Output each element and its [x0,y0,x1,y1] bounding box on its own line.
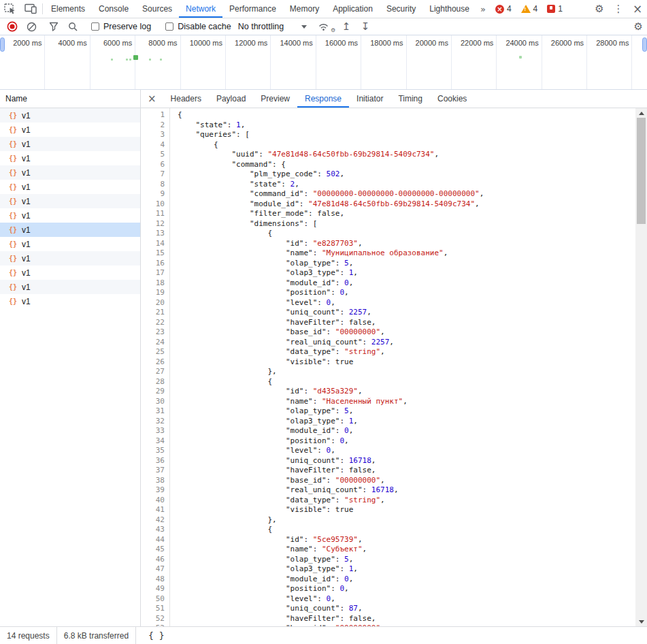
request-row[interactable]: {}v1 [0,108,140,123]
error-badge[interactable]: × 4 [495,4,512,14]
network-conditions-icon[interactable]: ⚙ [314,22,333,31]
line-number: 31 [141,406,165,417]
request-row[interactable]: {}v1 [0,294,140,308]
timeline-gridline: 20000 ms [407,35,452,89]
code-line: "real_uniq_count": 16718, [178,485,647,496]
request-row[interactable]: {}v1 [0,237,140,251]
detail-tab-initiator[interactable]: Initiator [349,90,391,108]
vertical-scrollbar[interactable] [635,108,647,626]
format-json-button[interactable]: { } [144,630,168,641]
request-name: v1 [22,254,31,263]
settings-gear-icon[interactable]: ⚙ [590,3,609,15]
request-name: v1 [22,154,31,163]
code-line: "haveFilter": false, [178,318,647,328]
line-number: 20 [141,298,165,308]
tab-application[interactable]: Application [326,0,380,18]
request-row[interactable]: {}v1 [0,123,140,137]
line-number: 37 [141,466,165,476]
line-number: 21 [141,308,165,318]
request-marker[interactable] [149,59,151,61]
tab-performance[interactable]: Performance [222,0,283,18]
detail-tab-payload[interactable]: Payload [209,90,253,108]
code-line: }, [178,515,647,526]
timeline-tick-label: 26000 ms [542,35,586,47]
json-file-icon: {} [9,212,17,219]
timeline-left-handle[interactable] [0,37,5,52]
request-row[interactable]: {}v1 [0,265,140,280]
issues-badge[interactable]: 1 [547,4,563,14]
record-network-log-button[interactable] [3,21,22,32]
kebab-menu-icon[interactable]: ⋮ [609,3,628,15]
tab-memory[interactable]: Memory [283,0,326,18]
checkbox-box[interactable] [91,22,99,31]
more-tabs-chevron-icon[interactable]: » [476,0,490,18]
device-toolbar-icon[interactable] [20,0,41,18]
disable-cache-checkbox[interactable]: Disable cache [160,22,237,31]
line-number: 10 [141,199,165,210]
line-number: 24 [141,338,165,348]
import-har-icon[interactable]: ↥ [337,22,356,32]
request-row[interactable]: {}v1 [0,180,140,194]
clear-network-log-icon[interactable] [22,22,41,32]
request-row[interactable]: {}v1 [0,251,140,265]
request-marker[interactable] [160,59,162,61]
search-icon[interactable] [63,22,82,31]
tab-network[interactable]: Network [179,0,222,18]
tab-elements[interactable]: Elements [44,0,92,18]
throttling-dropdown[interactable]: No throttling [237,22,311,31]
detail-tab-cookies[interactable]: Cookies [430,90,474,108]
json-file-icon: {} [9,226,17,234]
checkbox-box[interactable] [165,22,173,31]
scroll-up-arrow[interactable] [635,108,647,118]
timeline-gridline: 18000 ms [361,35,406,89]
scrollbar-thumb[interactable] [637,118,646,224]
tab-sources[interactable]: Sources [135,0,179,18]
export-har-icon[interactable]: ↧ [356,22,375,32]
request-row[interactable]: {}v1 [0,223,140,237]
chevron-down-icon [301,25,307,29]
detail-tab-preview[interactable]: Preview [253,90,297,108]
status-separator [135,627,136,644]
network-toolbar: Preserve log Disable cache No throttling… [0,18,647,35]
scroll-down-arrow[interactable] [635,617,647,626]
code-line: "id": "e8287703", [178,239,647,249]
request-marker[interactable] [519,56,522,59]
code-line: "dimensions": [ [178,219,647,229]
name-column-header[interactable]: Name [0,90,140,108]
detail-tab-timing[interactable]: Timing [391,90,430,108]
json-file-icon: {} [9,197,17,205]
request-row[interactable]: {}v1 [0,194,140,208]
code-line: "uniq_count": 87, [178,604,647,614]
preserve-log-checkbox[interactable]: Preserve log [86,22,156,31]
network-overview-timeline[interactable]: 2000 ms4000 ms6000 ms8000 ms10000 ms1200… [0,35,647,90]
tab-lighthouse[interactable]: Lighthouse [422,0,476,18]
tab-security[interactable]: Security [380,0,422,18]
code-line: "id": "d435a329", [178,387,647,397]
tab-console[interactable]: Console [92,0,135,18]
request-row[interactable]: {}v1 [0,208,140,223]
json-file-icon: {} [9,183,17,191]
close-detail-icon[interactable]: × [141,90,163,108]
detail-tab-bar: × HeadersPayloadPreviewResponseInitiator… [141,90,647,108]
line-number: 17 [141,268,165,278]
line-number: 12 [141,219,165,229]
error-icon: × [495,5,504,14]
request-row[interactable]: {}v1 [0,165,140,180]
timeline-right-handle[interactable] [642,37,647,52]
request-marker[interactable] [129,59,131,61]
request-marker[interactable] [111,59,113,61]
request-marker[interactable] [126,59,128,61]
detail-tab-headers[interactable]: Headers [163,90,209,108]
request-marker[interactable] [133,55,138,60]
inspect-element-icon[interactable] [0,0,20,18]
request-row[interactable]: {}v1 [0,137,140,151]
network-settings-gear-icon[interactable]: ⚙ [634,20,643,33]
detail-tab-response[interactable]: Response [297,90,349,108]
response-code[interactable]: { "state": 1, "queries": [ { "uuid": "47… [170,108,647,626]
warning-badge[interactable]: ! 4 [521,4,538,14]
request-name: v1 [22,297,31,306]
filter-icon[interactable] [44,22,63,31]
request-row[interactable]: {}v1 [0,280,140,294]
close-devtools-icon[interactable]: × [628,2,647,16]
request-row[interactable]: {}v1 [0,151,140,165]
